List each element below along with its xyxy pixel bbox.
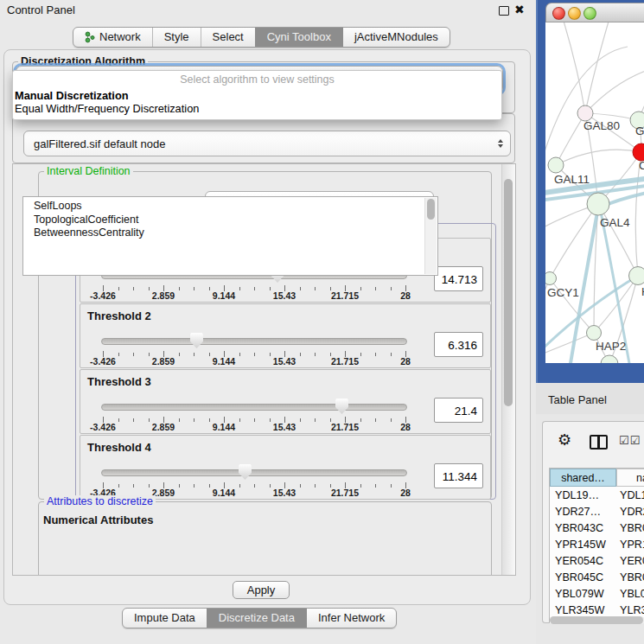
threshold-value-field[interactable]: 14.713 (434, 266, 483, 291)
slider-track[interactable] (101, 338, 407, 345)
table-cell[interactable]: YBR0 (616, 520, 644, 537)
table-row[interactable]: YBR043CYBR0 (550, 520, 644, 537)
scrollbar-thumb[interactable] (504, 179, 513, 406)
threshold-slider[interactable]: -3.4262.8599.14415.4321.71528 (99, 398, 409, 430)
network-edge[interactable] (556, 113, 585, 165)
table-cell[interactable]: YER0 (616, 553, 644, 570)
control-panel-window: Control Panel ✖ NetworkStyleSelectCyni T… (0, 0, 536, 644)
network-edge[interactable] (585, 22, 610, 113)
tab-infer-network[interactable]: Infer Network (306, 609, 396, 628)
threshold-value-field[interactable]: 11.344 (434, 463, 483, 488)
table-row[interactable]: YPR145WYPR1 (550, 537, 644, 553)
table-cell[interactable]: YDR2 (616, 504, 644, 520)
tab-impute-data[interactable]: Impute Data (123, 609, 207, 628)
tab-cyni-toolbox[interactable]: Cyni Toolbox (255, 28, 342, 47)
list-scrollbar[interactable] (424, 198, 437, 274)
network-node-label: GCY1 (547, 286, 579, 299)
numerical-attributes-list[interactable]: SelfLoopsTopologicalCoefficientBetweenne… (22, 196, 438, 276)
table-row[interactable]: YBL079WYBL0 (550, 586, 644, 603)
slider-tick (149, 353, 150, 356)
network-edge[interactable] (545, 333, 594, 355)
table-row[interactable]: YER054CYER0 (550, 553, 644, 570)
table-cell[interactable]: YPR1 (616, 537, 644, 553)
network-node-hap2[interactable] (587, 326, 602, 341)
slider-tick (270, 287, 271, 290)
minimize-window-icon[interactable] (568, 7, 581, 20)
table-cell[interactable]: YBR043C (550, 520, 616, 537)
network-edge[interactable] (598, 204, 638, 276)
slider-track[interactable] (101, 404, 407, 411)
table-cell[interactable]: YBR0 (616, 570, 644, 586)
slider-tick-label: 28 (400, 356, 411, 367)
threshold-slider[interactable]: -3.4262.8599.14415.4321.71528 (99, 463, 409, 496)
tab-style[interactable]: Style (152, 28, 201, 47)
table-cell[interactable]: YDL1 (616, 488, 644, 504)
tab-network[interactable]: Network (73, 28, 152, 47)
slider-thumb[interactable] (335, 399, 348, 414)
table-cell[interactable]: YBR045C (550, 570, 616, 586)
network-edge[interactable] (556, 150, 641, 165)
gear-icon[interactable]: ⚙ (558, 432, 571, 448)
threshold-value-field[interactable]: 6.316 (434, 332, 483, 357)
network-edge[interactable] (563, 22, 585, 113)
table-row[interactable]: YDR27…YDR2 (550, 504, 644, 520)
table-row[interactable]: YBR045CYBR0 (550, 570, 644, 586)
scrollbar-thumb[interactable] (427, 199, 435, 220)
slider-tick-label: 9.144 (213, 290, 235, 301)
tab-select[interactable]: Select (201, 28, 255, 47)
menu-item-equal-width-frequency[interactable]: Equal Width/Frequency Discretization (15, 102, 199, 115)
network-canvas[interactable]: GAL80GACGAL11GAL4GCY1HHAP2 (545, 22, 644, 363)
close-window-icon[interactable] (552, 7, 565, 20)
network-node-gal4[interactable] (587, 193, 609, 215)
list-item[interactable]: SelfLoops (23, 197, 437, 214)
table-row[interactable]: YDL19…YDL1 (550, 488, 644, 504)
close-panel-icon[interactable]: ✖ (514, 3, 525, 16)
float-panel-icon[interactable] (499, 6, 509, 16)
list-item[interactable]: BetweennessCentrality (23, 226, 437, 240)
tab-jactivemnodules[interactable]: jActiveMNodules (342, 28, 450, 47)
horizontal-scrollbar[interactable] (550, 616, 644, 624)
slider-tick (239, 418, 240, 422)
slider-tick (133, 484, 134, 488)
list-item[interactable]: TopologicalCoefficient (23, 214, 437, 227)
column-header[interactable]: na (616, 469, 644, 487)
slider-tick-label: 2.859 (152, 356, 175, 367)
slider-tick (315, 484, 316, 488)
table-cell[interactable]: YDL19… (550, 488, 616, 504)
column-header[interactable]: shared… (550, 469, 616, 487)
table-cell[interactable]: YER054C (550, 553, 616, 570)
table-data-combo[interactable]: galFiltered.sif default node (23, 131, 511, 156)
scrollbar-thumb[interactable] (550, 616, 643, 624)
table-cell[interactable]: YPR145W (550, 537, 616, 553)
slider-tick (391, 484, 392, 488)
apply-button[interactable]: Apply (233, 581, 290, 599)
menu-item-manual-discretization[interactable]: Manual Discretization (15, 89, 129, 102)
network-node-gal11[interactable] (548, 157, 564, 173)
tab-discretize-data[interactable]: Discretize Data (207, 609, 306, 628)
column-layout-icon[interactable] (590, 435, 608, 450)
slider-tick (375, 287, 376, 290)
slider-tick-label: 15.43 (273, 290, 296, 301)
slider-tick (194, 418, 194, 422)
select-all-checkbox-icons[interactable]: ☑☑ (619, 434, 641, 447)
zoom-window-icon[interactable] (583, 7, 596, 20)
table-cell[interactable]: YBL0 (616, 586, 644, 603)
slider-tick (300, 418, 301, 422)
control-panel-tabs: NetworkStyleSelectCyni ToolboxjActiveMNo… (73, 27, 450, 48)
slider-tick-label: 9.144 (213, 356, 235, 367)
network-node-gcy1[interactable] (545, 272, 557, 285)
network-node[interactable] (601, 355, 618, 363)
slider-thumb[interactable] (190, 333, 203, 348)
slider-track[interactable] (101, 469, 407, 476)
network-node-h[interactable] (629, 267, 644, 285)
slider-thumb[interactable] (239, 464, 252, 480)
threshold-slider[interactable]: -3.4262.8599.14415.4321.71528 (99, 332, 409, 365)
table-cell[interactable]: YDR27… (550, 504, 616, 520)
network-window-titlebar[interactable] (545, 3, 644, 22)
slider-tick (194, 353, 194, 356)
table-cell[interactable]: YBL079W (550, 586, 616, 603)
network-node-c[interactable] (633, 143, 644, 161)
vertical-scrollbar[interactable] (501, 164, 515, 575)
tab-label: Infer Network (318, 609, 385, 628)
threshold-value-field[interactable]: 21.4 (434, 398, 483, 423)
